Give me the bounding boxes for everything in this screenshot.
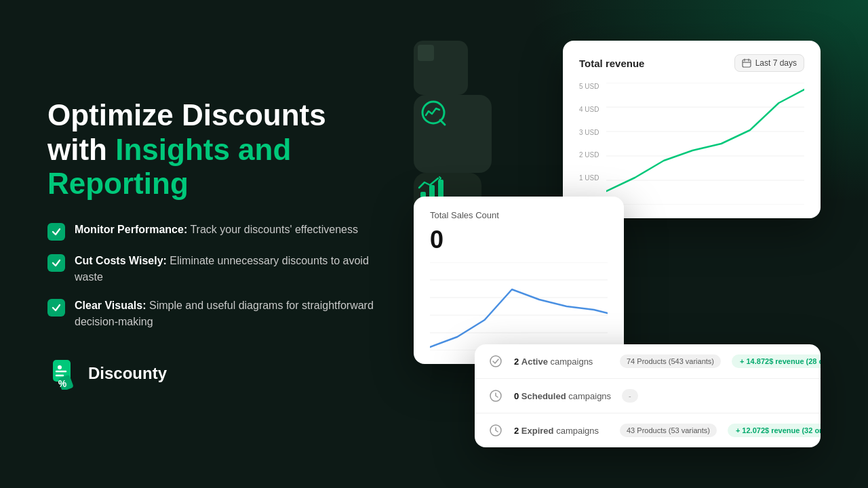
svg-point-35 — [490, 356, 501, 367]
active-campaign-status: 2 Active campaigns — [514, 357, 609, 367]
feature-1-bold: Monitor Performance: — [75, 224, 187, 235]
svg-line-8 — [440, 120, 445, 125]
revenue-chart-area: 5 USD 4 USD 3 USD 2 USD 1 USD 0 USD — [579, 83, 804, 205]
features-list: Monitor Performance: Track your discount… — [47, 222, 400, 330]
sales-count-card: Total Sales Count 0 5 4 3 2 1 — [414, 197, 624, 364]
brand-name: Discounty — [88, 364, 167, 383]
icon-bg-analytics — [414, 95, 492, 173]
y-axis-labels: 5 USD 4 USD 3 USD 2 USD 1 USD 0 USD — [579, 83, 599, 205]
revenue-card-title: Total revenue — [579, 58, 644, 69]
check-icon-2 — [47, 254, 65, 272]
left-panel: Optimize Discounts with Insights and Rep… — [47, 98, 400, 390]
active-revenue: + 14.872$ revenue (28 orders) — [732, 354, 821, 368]
headline-line3: Reporting — [47, 167, 189, 200]
feature-3-bold: Clear Visuals: — [75, 300, 146, 311]
revenue-chart-svg-container — [606, 83, 804, 205]
svg-point-2 — [58, 365, 62, 369]
svg-rect-13 — [743, 60, 751, 67]
scheduled-campaign-icon — [488, 388, 503, 403]
campaign-row-expired: 2 Expired campaigns 43 Products (53 vari… — [475, 413, 821, 447]
feature-2-bold: Cut Costs Wisely: — [75, 255, 167, 266]
sales-card-title: Total Sales Count — [430, 210, 608, 220]
expired-products: 43 Products (53 variants) — [620, 424, 717, 437]
headline-line1: Optimize Discounts — [47, 98, 326, 131]
campaign-row-active: 2 Active campaigns 74 Products (543 vari… — [475, 344, 821, 379]
svg-rect-6 — [418, 45, 434, 61]
svg-text:%: % — [58, 378, 67, 389]
active-count: 2 — [514, 357, 519, 367]
feature-item-2: Cut Costs Wisely: Eliminate unnecessary … — [47, 253, 400, 285]
headline: Optimize Discounts with Insights and Rep… — [47, 98, 400, 201]
check-icon-1 — [47, 223, 65, 241]
check-icon-3 — [47, 299, 65, 317]
revenue-chart-svg — [606, 83, 804, 205]
brand-logo-icon: % — [47, 357, 80, 390]
scheduled-dash: - — [622, 389, 638, 403]
campaigns-card: 2 Active campaigns 74 Products (543 vari… — [475, 344, 821, 447]
revenue-card: Total revenue Last 7 days 5 USD 4 USD — [563, 41, 821, 218]
campaign-row-scheduled: 0 Scheduled campaigns - — [475, 379, 821, 413]
feature-1-text: Track your discounts' effectiveness — [190, 224, 358, 235]
sales-count-value: 0 — [430, 226, 608, 254]
active-campaign-icon — [488, 354, 503, 369]
right-panel: Total revenue Last 7 days 5 USD 4 USD — [414, 41, 821, 447]
expired-revenue: + 12.072$ revenue (32 orders) — [728, 424, 821, 437]
scheduled-campaign-status: 0 Scheduled campaigns — [514, 391, 611, 401]
date-badge-label: Last 7 days — [755, 58, 797, 68]
expired-count: 2 — [514, 426, 519, 436]
active-products: 74 Products (543 variants) — [620, 354, 721, 368]
scheduled-count: 0 — [514, 391, 519, 401]
icon-bg-square-1 — [414, 41, 468, 95]
expired-campaign-status: 2 Expired campaigns — [514, 426, 609, 436]
sales-chart-svg: 5 4 3 2 1 0 — [430, 262, 608, 350]
expired-campaign-icon — [488, 423, 503, 438]
date-badge[interactable]: Last 7 days — [734, 54, 804, 72]
feature-item-3: Clear Visuals: Simple and useful diagram… — [47, 298, 400, 330]
calendar-icon — [742, 58, 751, 68]
revenue-card-header: Total revenue Last 7 days — [579, 54, 804, 72]
headline-highlight: Insights and — [115, 133, 291, 166]
feature-item-1: Monitor Performance: Track your discount… — [47, 222, 400, 241]
brand: % Discounty — [47, 357, 400, 390]
headline-line2: with — [47, 133, 115, 166]
sales-chart-area: 5 4 3 2 1 0 — [430, 262, 608, 350]
